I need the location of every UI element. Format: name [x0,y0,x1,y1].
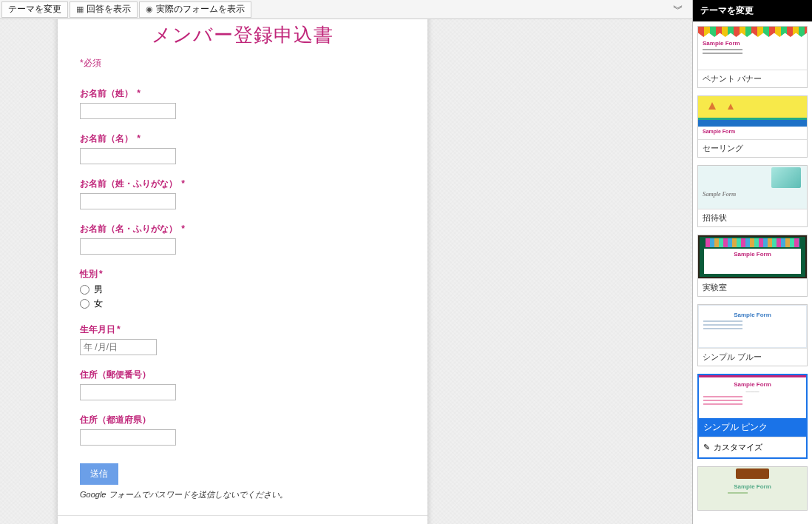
field-label: お名前（姓） * [80,87,405,100]
field-gender: 性別* 男 女 [80,268,405,310]
theme-preview: Sample Form [698,166,807,209]
last-kana-input[interactable] [80,193,176,209]
gender-radio-female[interactable] [80,299,89,309]
theme-item-simple-blue[interactable]: Sample Form シンプル ブルー [697,304,808,366]
field-label: 生年月日* [80,323,405,336]
required-note: *必須 [80,57,405,70]
live-form-button-label: 実際のフォームを表示 [156,3,245,16]
toolbar: テーマを変更 ▦ 回答を表示 ◉ 実際のフォームを表示 ︾ [0,0,692,19]
field-postal: 住所（郵便番号） [80,369,405,400]
theme-item-tree[interactable]: Sample Form [697,466,808,511]
form-preview: メンバー登録申込書 *必須 お名前（姓） * お名前（名） * お名前（姓・ふり… [58,0,427,524]
theme-label-selected: シンプル ピンク [699,418,806,437]
theme-label: シンプル ブルー [698,348,807,366]
field-label: お名前（姓・ふりがな） * [80,178,405,190]
field-label: 住所（都道府県） [80,414,405,426]
theme-item-pennant[interactable]: Sample Form ペナント バナー [697,26,808,88]
gender-male-label: 男 [94,283,103,296]
grid-icon: ▦ [76,4,84,14]
theme-item-lab[interactable]: Sample Form 実験室 [697,235,808,297]
field-label: 性別* [80,268,405,281]
postal-input[interactable] [80,384,176,400]
field-first-name: お名前（名） * [80,132,405,164]
theme-preview: Sample Form [698,467,807,510]
field-last-name: お名前（姓） * [80,87,405,119]
theme-list[interactable]: Sample Form ペナント バナー Sample Form セーリング S… [693,21,812,524]
theme-item-invite[interactable]: Sample Form 招待状 [697,165,808,227]
field-label: お名前（名） * [80,132,405,145]
eye-icon: ◉ [146,4,153,14]
theme-button-label: テーマを変更 [8,3,61,16]
last-name-input[interactable] [80,103,176,119]
responses-button-label: 回答を表示 [87,3,131,16]
collapse-toolbar-icon[interactable]: ︾ [666,1,691,18]
change-theme-button[interactable]: テーマを変更 [1,1,68,18]
first-name-input[interactable] [80,148,176,164]
theme-label: ペナント バナー [698,70,807,87]
theme-preview: Sample Form [698,27,807,70]
form-title: メンバー登録申込書 [80,22,405,48]
theme-sidebar: テーマを変更 Sample Form ペナント バナー Sample Form … [692,0,812,524]
theme-panel-header: テーマを変更 [693,0,812,21]
theme-label: 実験室 [698,278,807,296]
field-label: お名前（名・ふりがな） * [80,223,405,235]
theme-item-sailing[interactable]: Sample Form セーリング [697,95,808,158]
field-first-kana: お名前（名・ふりがな） * [80,223,405,255]
password-warning: Google フォームでパスワードを送信しないでください。 [80,489,405,500]
theme-preview: Sample Form [698,96,807,139]
theme-preview: Sample Form [698,235,807,278]
theme-label: セーリング [698,139,807,157]
field-last-kana: お名前（姓・ふりがな） * [80,178,405,209]
field-label: 住所（郵便番号） [80,369,405,381]
theme-label: 招待状 [698,209,807,226]
submit-button[interactable]: 送信 [80,463,118,485]
customize-button[interactable]: ✎ カスタマイズ [699,437,806,457]
first-kana-input[interactable] [80,238,176,255]
view-live-form-button[interactable]: ◉ 実際のフォームを表示 [139,1,251,18]
theme-preview: Sample Form [698,305,807,348]
theme-item-simple-pink[interactable]: Sample Form ——— シンプル ピンク ✎ カスタマイズ [697,374,808,459]
form-footer: Powered by ≡ Google Forms このコンテンツは Googl… [58,515,427,524]
pencil-icon: ✎ [703,443,710,452]
main-preview-area: テーマを変更 ▦ 回答を表示 ◉ 実際のフォームを表示 ︾ メンバー登録申込書 … [0,0,692,524]
theme-preview: Sample Form ——— [699,375,806,418]
dob-input[interactable] [80,339,157,355]
field-prefecture: 住所（都道府県） [80,414,405,446]
prefecture-input[interactable] [80,429,176,446]
gender-radio-male[interactable] [80,285,89,295]
view-responses-button[interactable]: ▦ 回答を表示 [70,1,138,18]
gender-female-label: 女 [94,298,103,310]
field-dob: 生年月日* [80,323,405,355]
